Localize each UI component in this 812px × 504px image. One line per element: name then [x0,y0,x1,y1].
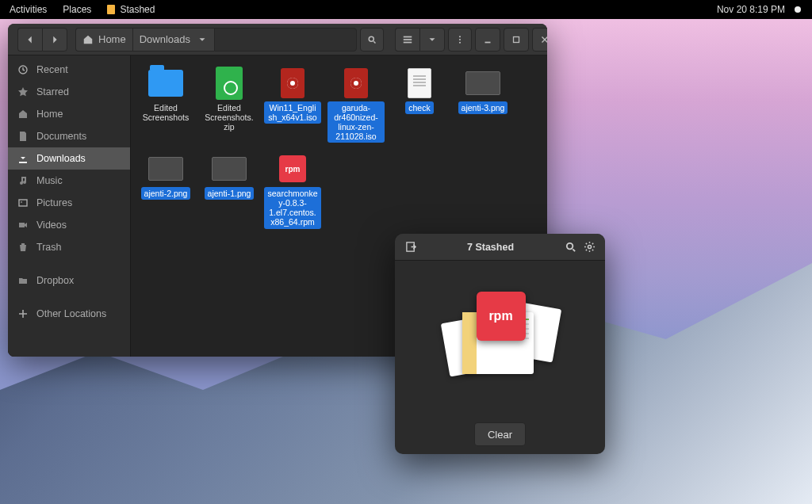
sidebar-item-documents[interactable]: Documents [8,125,130,147]
stash-window: 7 Stashed rpm Clear [395,234,605,454]
sidebar-item-music[interactable]: Music [8,170,130,192]
file-label: check [405,101,433,114]
text-icon [401,67,438,100]
svg-point-4 [459,36,461,37]
file-item[interactable]: Win11_English_x64v1.iso [264,67,321,143]
sidebar: RecentStarredHomeDocumentsDownloadsMusic… [8,55,131,357]
svg-point-6 [459,41,461,43]
sidebar-item-pictures[interactable]: Pictures [8,192,130,214]
stash-settings-button[interactable] [580,238,599,257]
clear-button[interactable]: Clear [474,422,526,446]
svg-rect-7 [485,41,491,43]
file-item[interactable]: rpmsearchmonkey-0.8.3-1.el7.centos.x86_6… [264,152,321,228]
home-icon [17,109,29,120]
sidebar-item-label: Dropbox [36,275,74,286]
file-item[interactable]: Edited Screenshots.zip [201,67,258,143]
stash-unstash-button[interactable] [401,238,420,257]
rpm-icon: rpm [274,152,311,185]
view-toggle-button[interactable] [395,28,419,52]
svg-rect-1 [404,36,412,37]
sidebar-item-trash[interactable]: Trash [8,236,130,258]
sidebar-item-label: Recent [36,64,68,75]
chevron-down-icon [427,34,438,45]
stash-pile[interactable]: rpm [395,261,605,414]
sidebar-item-label: Pictures [36,197,72,208]
file-item[interactable]: garuda-dr460nized-linux-zen-211028.iso [327,67,385,143]
sidebar-item-label: Home [36,109,63,120]
file-label: searchmonkey-0.8.3-1.el7.centos.x86_64.r… [264,187,321,228]
trash-icon [17,242,29,253]
back-button[interactable] [17,28,42,52]
file-label: ajenti-2.png [141,187,191,200]
svg-point-14 [566,243,573,250]
sidebar-item-label: Documents [36,131,86,142]
sidebar-item-home[interactable]: Home [8,103,130,125]
svg-rect-12 [19,223,25,227]
places-menu[interactable]: Places [63,4,91,15]
img-icon [211,152,247,185]
sidebar-item-videos[interactable]: Videos [8,214,130,236]
sidebar-item-dropbox[interactable]: Dropbox [8,269,130,292]
svg-point-11 [21,201,22,203]
file-item[interactable]: ajenti-3.png [454,67,511,143]
file-label: Win11_English_x64v1.iso [264,101,321,124]
video-icon [17,220,29,231]
svg-rect-3 [404,41,412,43]
stashed-indicator-label: Stashed [120,4,155,15]
clock[interactable]: Nov 20 8:19 PM [717,4,785,15]
disc-icon [338,67,374,100]
search-button[interactable] [360,28,384,52]
gnome-topbar: Activities Places Stashed Nov 20 8:19 PM [0,0,812,19]
disc-icon [274,67,311,100]
sidebar-item-other-locations[interactable]: Other Locations [8,303,130,325]
svg-point-5 [459,38,461,40]
sidebar-item-recent[interactable]: Recent [8,59,130,81]
sidebar-item-label: Videos [36,220,67,231]
picture-icon [17,197,29,208]
stash-search-button[interactable] [561,238,580,257]
path-current[interactable]: Downloads [132,28,214,52]
list-view-icon [402,34,413,45]
file-item[interactable]: Edited Screenshots [137,67,194,143]
path-home-label: Home [98,33,126,45]
file-label: garuda-dr460nized-linux-zen-211028.iso [327,101,385,143]
svg-rect-10 [19,200,27,206]
sidebar-item-label: Downloads [36,153,86,164]
sidebar-item-label: Music [36,175,63,186]
svg-rect-2 [404,39,412,40]
svg-point-0 [369,36,373,41]
forward-button[interactable] [42,28,67,52]
img-icon [147,152,184,185]
path-home[interactable]: Home [75,28,132,52]
svg-point-15 [588,245,591,248]
activities-button[interactable]: Activities [10,4,47,15]
gear-icon [584,241,596,253]
file-item[interactable]: ajenti-2.png [137,152,194,228]
path-current-label: Downloads [140,33,190,45]
sidebar-item-downloads[interactable]: Downloads [8,147,130,170]
zip-icon [211,67,247,100]
file-label: Edited Screenshots [137,101,194,124]
headerbar: Home Downloads [8,24,547,55]
sidebar-item-label: Trash [36,242,62,253]
kebab-icon [455,34,465,45]
path-remainder[interactable] [214,28,357,52]
file-item[interactable]: ajenti-1.png [201,152,258,228]
stash-thumb-rpm: rpm [477,292,526,341]
download-icon [17,153,29,164]
minimize-button[interactable] [475,28,500,52]
sidebar-item-starred[interactable]: Starred [8,81,130,103]
close-button[interactable] [532,28,547,52]
export-icon [405,241,417,253]
file-item[interactable]: check [391,67,448,143]
img-icon [465,67,501,100]
maximize-button[interactable] [504,28,529,52]
stashed-indicator[interactable]: Stashed [107,4,155,15]
doc-icon [17,131,29,142]
stash-title: 7 Stashed [420,242,561,253]
hamburger-menu-button[interactable] [448,28,472,52]
view-dropdown-button[interactable] [419,28,445,52]
file-label: ajenti-3.png [458,101,508,114]
system-menu-icon[interactable] [795,6,801,13]
svg-rect-8 [514,36,519,42]
